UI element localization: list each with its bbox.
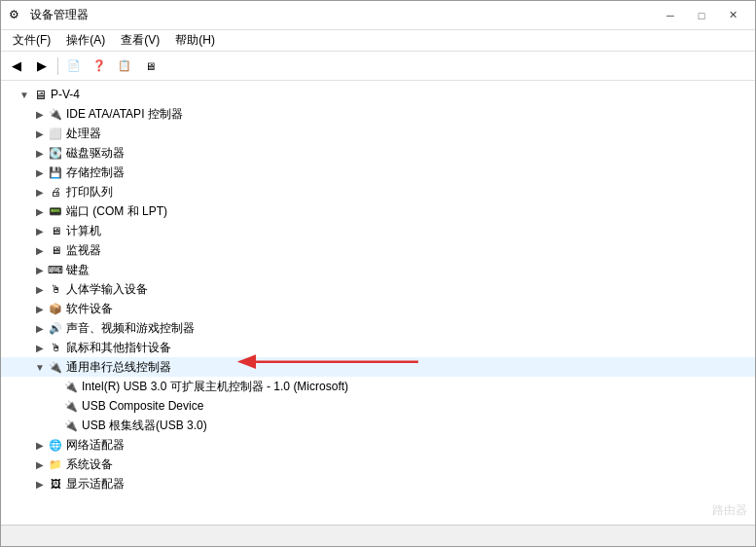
- label-ide: IDE ATA/ATAPI 控制器: [66, 106, 183, 123]
- expand-ide[interactable]: ▶: [32, 106, 48, 122]
- tree-item-ide[interactable]: ▶ 🔌 IDE ATA/ATAPI 控制器: [1, 104, 755, 124]
- icon-usb1: 🔌: [63, 379, 79, 394]
- expand-mouse[interactable]: ▶: [32, 340, 48, 355]
- icon-usb2: 🔌: [63, 398, 79, 414]
- label-cpu: 处理器: [66, 126, 101, 142]
- expand-usb1: [48, 379, 63, 394]
- icon-computer: 🖥: [48, 223, 63, 238]
- label-mouse: 鼠标和其他指针设备: [66, 340, 171, 356]
- device-manager-window: ⚙ 设备管理器 ─ □ ✕ 文件(F) 操作(A) 查看(V) 帮助(H) ◀ …: [0, 0, 756, 547]
- tree-item-print[interactable]: ▶ 🖨 打印队列: [1, 182, 755, 201]
- window-icon: ⚙: [9, 8, 24, 23]
- expand-net[interactable]: ▶: [32, 437, 48, 453]
- tree-item-mouse[interactable]: ▶ 🖱 鼠标和其他指针设备: [1, 338, 755, 357]
- root-expand[interactable]: ▼: [17, 87, 32, 102]
- menu-view[interactable]: 查看(V): [113, 30, 167, 51]
- label-com: 端口 (COM 和 LPT): [66, 203, 167, 220]
- tree-item-monitor[interactable]: ▶ 🖥 监视器: [1, 240, 755, 260]
- label-audio: 声音、视频和游戏控制器: [66, 320, 195, 337]
- icon-disk: 💽: [48, 145, 63, 161]
- title-controls: ─ □ ✕: [656, 6, 747, 25]
- expand-print[interactable]: ▶: [32, 184, 48, 200]
- tree-root[interactable]: ▼ 🖥 P-V-4: [1, 85, 755, 104]
- expand-usb2: [48, 398, 63, 414]
- tree-item-com[interactable]: ▶ 📟 端口 (COM 和 LPT): [1, 201, 755, 221]
- label-usb: 通用串行总线控制器: [66, 359, 171, 376]
- expand-usb[interactable]: ▼: [32, 359, 48, 375]
- toolbar-btn4[interactable]: 🖥: [138, 55, 162, 78]
- expand-sys[interactable]: ▶: [32, 456, 48, 472]
- toolbar-btn1[interactable]: 📄: [62, 55, 86, 78]
- menu-help[interactable]: 帮助(H): [167, 30, 223, 51]
- minimize-button[interactable]: ─: [656, 6, 685, 25]
- status-bar: [1, 525, 755, 546]
- tree-item-display[interactable]: ▶ 🖼 显示适配器: [1, 474, 755, 493]
- icon-audio: 🔊: [48, 320, 63, 336]
- icon-keyboard: ⌨: [48, 262, 63, 277]
- icon-storage: 💾: [48, 164, 63, 180]
- label-computer: 计算机: [66, 223, 101, 239]
- toolbar-btn2[interactable]: ❓: [88, 55, 111, 78]
- window-title: 设备管理器: [30, 7, 89, 23]
- expand-com[interactable]: ▶: [32, 203, 48, 219]
- expand-cpu[interactable]: ▶: [32, 126, 48, 141]
- expand-display[interactable]: ▶: [32, 476, 48, 492]
- tree-item-sys[interactable]: ▶ 📁 系统设备: [1, 455, 755, 474]
- tree-item-usb1[interactable]: 🔌 Intel(R) USB 3.0 可扩展主机控制器 - 1.0 (Micro…: [1, 377, 755, 396]
- icon-usb: 🔌: [48, 359, 63, 375]
- tree-item-net[interactable]: ▶ 🌐 网络适配器: [1, 435, 755, 455]
- maximize-button[interactable]: □: [687, 6, 716, 25]
- label-software: 软件设备: [66, 301, 113, 317]
- label-print: 打印队列: [66, 184, 113, 201]
- menu-file[interactable]: 文件(F): [5, 30, 58, 51]
- expand-storage[interactable]: ▶: [32, 164, 48, 180]
- label-usb1: Intel(R) USB 3.0 可扩展主机控制器 - 1.0 (Microso…: [82, 379, 348, 395]
- tree-item-keyboard[interactable]: ▶ ⌨ 键盘: [1, 260, 755, 279]
- expand-hid[interactable]: ▶: [32, 281, 48, 297]
- icon-usb3: 🔌: [63, 418, 79, 433]
- label-keyboard: 键盘: [66, 262, 90, 278]
- root-icon: 🖥: [32, 87, 48, 102]
- menu-action[interactable]: 操作(A): [58, 30, 113, 51]
- icon-sys: 📁: [48, 456, 63, 472]
- icon-hid: 🖱: [48, 281, 63, 297]
- close-button[interactable]: ✕: [718, 6, 747, 25]
- expand-keyboard[interactable]: ▶: [32, 262, 48, 277]
- icon-software: 📦: [48, 301, 63, 316]
- icon-ide: 🔌: [48, 106, 63, 122]
- tree-item-computer[interactable]: ▶ 🖥 计算机: [1, 221, 755, 240]
- toolbar-btn3[interactable]: 📋: [113, 55, 136, 78]
- icon-mouse: 🖱: [48, 340, 63, 355]
- tree-item-usb[interactable]: ▼ 🔌 通用串行总线控制器: [1, 357, 755, 377]
- icon-monitor: 🖥: [48, 242, 63, 258]
- tree-item-usb2[interactable]: 🔌 USB Composite Device: [1, 396, 755, 416]
- tree-item-usb3[interactable]: 🔌 USB 根集线器(USB 3.0): [1, 416, 755, 435]
- expand-software[interactable]: ▶: [32, 301, 48, 316]
- label-storage: 存储控制器: [66, 164, 125, 181]
- tree-item-cpu[interactable]: ▶ ⬜ 处理器: [1, 124, 755, 143]
- tree-item-disk[interactable]: ▶ 💽 磁盘驱动器: [1, 143, 755, 163]
- root-label: P-V-4: [51, 88, 80, 101]
- tree-item-storage[interactable]: ▶ 💾 存储控制器: [1, 163, 755, 182]
- tree-item-audio[interactable]: ▶ 🔊 声音、视频和游戏控制器: [1, 318, 755, 338]
- expand-computer[interactable]: ▶: [32, 223, 48, 238]
- label-disk: 磁盘驱动器: [66, 145, 125, 162]
- label-usb2: USB Composite Device: [82, 399, 203, 413]
- expand-monitor[interactable]: ▶: [32, 242, 48, 258]
- watermark: 路由器: [712, 502, 747, 519]
- device-tree[interactable]: ▼ 🖥 P-V-4 ▶ 🔌 IDE ATA/ATAPI 控制器 ▶ ⬜ 处理器 …: [1, 81, 755, 525]
- tree-item-software[interactable]: ▶ 📦 软件设备: [1, 299, 755, 318]
- toolbar-forward[interactable]: ▶: [30, 55, 54, 78]
- expand-disk[interactable]: ▶: [32, 145, 48, 161]
- icon-print: 🖨: [48, 184, 63, 200]
- label-monitor: 监视器: [66, 242, 101, 259]
- menu-bar: 文件(F) 操作(A) 查看(V) 帮助(H): [1, 30, 755, 52]
- label-net: 网络适配器: [66, 437, 125, 454]
- toolbar-separator-1: [57, 57, 58, 75]
- expand-audio[interactable]: ▶: [32, 320, 48, 336]
- title-bar: ⚙ 设备管理器 ─ □ ✕: [1, 1, 755, 30]
- expand-usb3: [48, 418, 63, 433]
- icon-display: 🖼: [48, 476, 63, 492]
- tree-item-hid[interactable]: ▶ 🖱 人体学输入设备: [1, 279, 755, 299]
- toolbar-back[interactable]: ◀: [5, 55, 28, 78]
